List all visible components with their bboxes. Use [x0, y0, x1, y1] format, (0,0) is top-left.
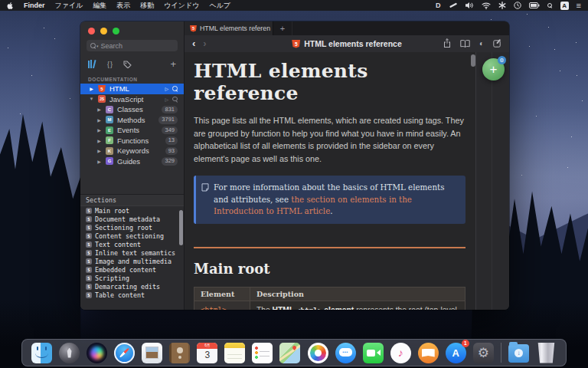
gear-badge-icon[interactable]: ⚙ [498, 56, 506, 64]
events-icon: E [106, 127, 113, 134]
snippets-icon[interactable]: {} [107, 61, 113, 68]
spotlight-icon[interactable] [547, 3, 553, 8]
menu-edit[interactable]: 編集 [93, 1, 106, 11]
zoom-button[interactable] [113, 28, 119, 34]
docset-search-icon[interactable] [172, 97, 178, 102]
new-tab-button[interactable]: + [273, 21, 292, 35]
note-icon [201, 183, 209, 218]
docset-javascript[interactable]: ▼ JS JavaScript ▷ [80, 94, 184, 105]
dock-itunes-icon[interactable]: ♪ [390, 343, 411, 363]
docset-html[interactable]: ▶ 5 HTML ▷ [80, 84, 184, 94]
menu-go[interactable]: 移動 [140, 1, 154, 11]
notification-center-icon[interactable]: ≡ [577, 2, 581, 9]
fan-icon[interactable] [498, 2, 506, 9]
classes-icon: C [106, 106, 113, 113]
input-source-icon[interactable]: A [560, 2, 569, 10]
tree-item-label: Keywords [117, 146, 149, 155]
library-icon[interactable] [88, 58, 97, 71]
tree-item-classes[interactable]: ▶ C Classes 831 [80, 104, 184, 115]
dock-contacts-icon[interactable] [169, 343, 190, 363]
disclosure-icon[interactable]: ▶ [89, 86, 94, 91]
tree-item-methods[interactable]: ▶ M Methods 3791 [80, 115, 184, 126]
dock-facetime-icon[interactable] [363, 343, 384, 363]
dock-maps-icon[interactable] [279, 343, 300, 363]
disclosure-icon[interactable]: ▶ [96, 148, 102, 153]
back-button[interactable]: ‹ [192, 37, 195, 51]
dock-notes-icon[interactable] [224, 343, 245, 363]
share-icon[interactable] [443, 37, 451, 51]
tree-item-functions[interactable]: ▶ F Functions 13 [80, 136, 184, 146]
disclosure-icon[interactable]: ▶ [96, 159, 102, 164]
dock-siri-icon[interactable] [87, 343, 107, 363]
sections-scrollbar[interactable] [179, 210, 183, 245]
section-item-image-and-multimedia[interactable]: SImage and multimedia [80, 257, 184, 265]
disclosure-icon[interactable]: ▶ [96, 117, 102, 123]
search-input[interactable]: ▾ Search [87, 40, 178, 51]
section-item-sectioning-root[interactable]: SSectioning root [80, 223, 184, 232]
tree-item-guides[interactable]: ▶ G Guides 329 [80, 156, 184, 167]
menu-view[interactable]: 表示 [116, 1, 130, 11]
dock-launchpad-icon[interactable] [59, 343, 80, 363]
content-scrollbar[interactable] [471, 54, 475, 67]
menu-window[interactable]: ウインドウ [164, 1, 199, 11]
disclosure-icon[interactable]: ▶ [96, 107, 102, 112]
menu-file[interactable]: ファイル [55, 1, 83, 11]
tag-icon[interactable] [123, 58, 132, 71]
contrast-toggle-icon[interactable]: ◐ [479, 40, 484, 48]
time-machine-icon[interactable] [514, 2, 521, 9]
section-item-main-root[interactable]: SMain root [80, 206, 184, 215]
section-item-embedded-content[interactable]: SEmbedded content [80, 265, 184, 274]
tab-html-elements-reference[interactable]: 5 HTML elements referen [185, 21, 273, 35]
section-item-text-content[interactable]: SText content [80, 240, 184, 248]
dock-safari-icon[interactable] [114, 343, 135, 363]
wifi-icon[interactable] [482, 2, 491, 9]
disclosure-icon[interactable]: ▶ [96, 138, 102, 143]
play-filter-icon[interactable]: ▷ [165, 97, 168, 102]
section-label: Sectioning root [95, 224, 152, 232]
dash-menu-icon[interactable]: D [436, 2, 441, 9]
annotate-icon[interactable] [493, 37, 501, 51]
volume-icon[interactable] [465, 2, 474, 9]
html-element-description: The HTML <html> element represents the r… [250, 301, 466, 310]
close-button[interactable] [88, 28, 95, 34]
sections-panel: Sections SMain root SDocument metadata S… [80, 194, 184, 310]
forward-button[interactable]: › [203, 37, 206, 51]
section-label: Content sectioning [95, 232, 164, 240]
main-pane: 5 HTML elements referen + ‹ › 5 HTML ele… [185, 21, 509, 310]
dock-appstore-icon[interactable]: A1 [446, 343, 466, 363]
dock-photos-icon[interactable] [308, 343, 328, 363]
html-element-link[interactable]: <html> [201, 305, 227, 310]
right-gutter [475, 52, 509, 310]
dock-system-preferences-icon[interactable]: ⚙ [473, 343, 494, 363]
dock-messages-icon[interactable] [335, 343, 356, 363]
tree-item-events[interactable]: ▶ E Events 349 [80, 125, 184, 136]
battery-icon[interactable] [529, 2, 540, 8]
docset-search-icon[interactable] [172, 86, 178, 91]
dock-trash-icon[interactable] [536, 343, 557, 363]
dock-ibooks-icon[interactable] [418, 343, 439, 363]
section-item-scripting[interactable]: SScripting [80, 274, 184, 282]
dock-mail-icon[interactable] [142, 343, 162, 363]
section-item-content-sectioning[interactable]: SContent sectioning [80, 232, 184, 240]
section-item-table-content[interactable]: STable content [80, 291, 184, 299]
add-docset-icon[interactable]: + [170, 61, 176, 68]
menu-help[interactable]: ヘルプ [209, 1, 230, 11]
dock-downloads-icon[interactable] [508, 344, 529, 363]
section-item-demarcating-edits[interactable]: SDemarcating edits [80, 282, 184, 291]
bookmarks-icon[interactable] [460, 37, 470, 51]
minimize-button[interactable] [100, 28, 107, 34]
guides-icon: G [106, 157, 113, 165]
menu-app-name[interactable]: Finder [24, 2, 45, 9]
dock-finder-icon[interactable] [31, 343, 52, 363]
disclosure-icon[interactable]: ▼ [89, 97, 94, 101]
floating-add-button[interactable]: + ⚙ [482, 58, 505, 80]
pencil-icon[interactable] [449, 2, 457, 9]
play-filter-icon[interactable]: ▷ [165, 86, 168, 91]
section-item-inline-text-semantics[interactable]: SInline text semantics [80, 248, 184, 257]
apple-menu-icon[interactable] [7, 1, 14, 10]
dock-calendar-icon[interactable]: 6月 3 [197, 343, 217, 363]
tree-item-keywords[interactable]: ▶ K Keywords 93 [80, 146, 184, 156]
dock-reminders-icon[interactable] [252, 343, 273, 363]
section-item-document-metadata[interactable]: SDocument metadata [80, 215, 184, 223]
disclosure-icon[interactable]: ▶ [96, 127, 102, 133]
